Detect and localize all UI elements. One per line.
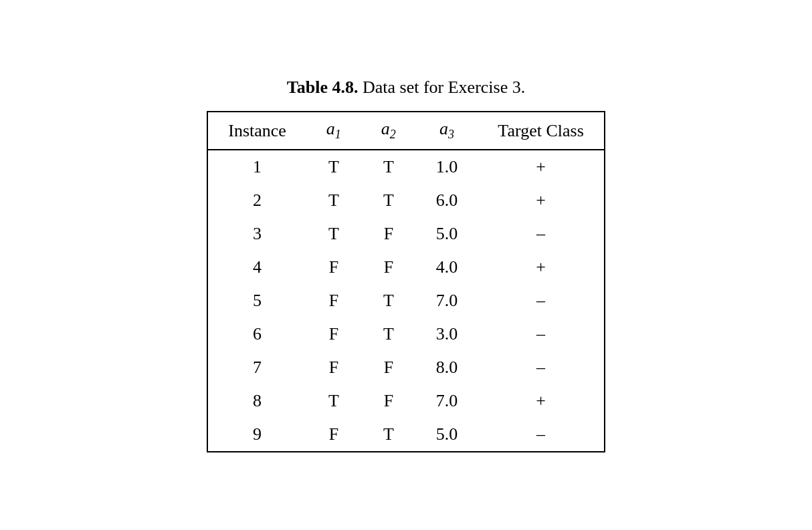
table-caption: Table 4.8. Data set for Exercise 3. [287,78,525,98]
cell-instance: 9 [207,418,306,452]
cell-a1: T [306,217,361,251]
cell-instance: 5 [207,284,306,317]
cell-a3: 3.0 [416,317,478,351]
table-row: 9FT5.0– [207,418,605,452]
cell-a2: T [361,150,416,184]
table-row: 6FT3.0– [207,317,605,351]
cell-a2: F [361,351,416,384]
cell-target: – [478,284,604,317]
table-row: 8TF7.0+ [207,384,605,418]
header-instance: Instance [207,112,306,149]
data-table: Instance a1 a2 a3 Target Class 1TT1.0+2T… [207,111,605,452]
cell-a1: T [306,184,361,217]
cell-a1: T [306,150,361,184]
cell-target: + [478,251,604,284]
cell-a1: F [306,351,361,384]
cell-a1: F [306,418,361,452]
cell-target: – [478,418,604,452]
cell-instance: 1 [207,150,306,184]
page-wrapper: Table 4.8. Data set for Exercise 3. Inst… [27,78,785,452]
cell-target: – [478,317,604,351]
caption-bold: Table 4.8. [287,78,359,97]
cell-a1: F [306,284,361,317]
table-row: 1TT1.0+ [207,150,605,184]
cell-a3: 4.0 [416,251,478,284]
cell-instance: 8 [207,384,306,418]
cell-target: + [478,384,604,418]
cell-a1: F [306,251,361,284]
cell-instance: 7 [207,351,306,384]
cell-a2: T [361,184,416,217]
cell-a2: T [361,284,416,317]
cell-a3: 6.0 [416,184,478,217]
cell-instance: 4 [207,251,306,284]
header-row: Instance a1 a2 a3 Target Class [207,112,605,149]
header-target: Target Class [478,112,604,149]
table-row: 7FF8.0– [207,351,605,384]
cell-instance: 2 [207,184,306,217]
cell-target: – [478,351,604,384]
table-row: 5FT7.0– [207,284,605,317]
cell-a1: F [306,317,361,351]
cell-a3: 8.0 [416,351,478,384]
table-row: 4FF4.0+ [207,251,605,284]
cell-target: + [478,150,604,184]
header-a3: a3 [416,112,478,149]
header-a2: a2 [361,112,416,149]
cell-instance: 3 [207,217,306,251]
cell-a2: T [361,418,416,452]
cell-instance: 6 [207,317,306,351]
cell-a2: T [361,317,416,351]
cell-a2: F [361,217,416,251]
table-row: 2TT6.0+ [207,184,605,217]
cell-a1: T [306,384,361,418]
caption-text: Data set for Exercise 3. [358,78,525,97]
cell-a2: F [361,251,416,284]
cell-a3: 7.0 [416,384,478,418]
table-body: 1TT1.0+2TT6.0+3TF5.0–4FF4.0+5FT7.0–6FT3.… [207,150,605,452]
table-row: 3TF5.0– [207,217,605,251]
cell-a2: F [361,384,416,418]
cell-a3: 7.0 [416,284,478,317]
cell-target: – [478,217,604,251]
cell-a3: 1.0 [416,150,478,184]
header-a1: a1 [306,112,361,149]
cell-target: + [478,184,604,217]
cell-a3: 5.0 [416,418,478,452]
cell-a3: 5.0 [416,217,478,251]
